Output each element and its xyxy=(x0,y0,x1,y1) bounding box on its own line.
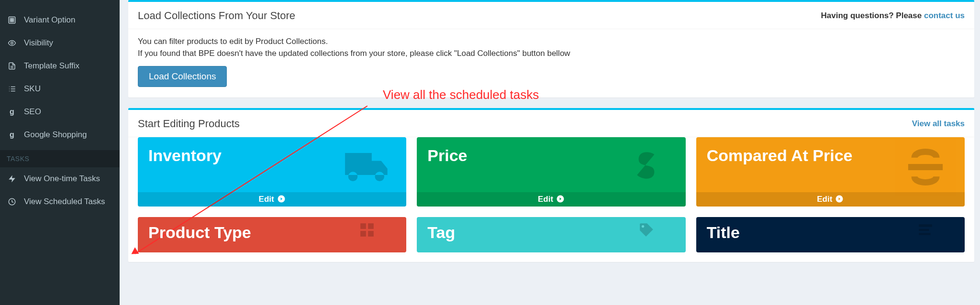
sidebar-item-label: Google Shopping xyxy=(24,130,87,140)
edit-label: Edit xyxy=(538,195,553,204)
arrow-right-circle-icon xyxy=(835,195,844,204)
view-all-tasks-link[interactable]: View all tasks xyxy=(912,119,965,129)
card-product-type[interactable]: Product Type xyxy=(138,217,406,252)
load-collections-desc-line1: You can filter products to edit by Produ… xyxy=(138,36,965,48)
card-title: Product Type xyxy=(138,217,406,241)
sidebar-item-variant-option[interactable]: Variant Option xyxy=(0,9,120,32)
sidebar-item-google-shopping[interactable]: g Google Shopping xyxy=(0,123,120,146)
sidebar-item-label: Variant Option xyxy=(24,15,75,25)
help-prefix: Having questions? Please xyxy=(821,11,924,20)
arrow-right-circle-icon xyxy=(277,195,286,204)
sidebar-item-label: View Scheduled Tasks xyxy=(24,197,105,207)
contact-us-link[interactable]: contact us xyxy=(924,11,965,20)
grid-icon xyxy=(7,15,17,25)
sidebar-item-label: Template Suffix xyxy=(24,61,79,71)
card-title: Title xyxy=(696,217,965,241)
sidebar-item-visibility[interactable]: Visibility xyxy=(0,32,120,54)
panel-title: Start Editing Products xyxy=(138,118,240,130)
main: Load Collections From Your Store Having … xyxy=(120,0,980,305)
load-collections-desc-line2: If you found that BPE doesn't have the u… xyxy=(138,48,965,60)
panel-header: Load Collections From Your Store Having … xyxy=(128,2,974,29)
card-title: Tag xyxy=(417,217,685,241)
card-edit-bar[interactable]: Edit xyxy=(138,192,406,207)
card-compared-at-price[interactable]: Compared At Price Edit xyxy=(696,137,965,207)
bolt-icon xyxy=(7,174,17,184)
file-icon xyxy=(7,61,17,71)
card-inventory[interactable]: Inventory Edit xyxy=(138,137,406,207)
arrow-right-circle-icon xyxy=(556,195,565,204)
sidebar: Variant Option Visibility Template Suffi… xyxy=(0,0,120,305)
g-icon: g xyxy=(7,130,17,140)
eye-icon xyxy=(7,38,17,48)
card-price[interactable]: Price Edit xyxy=(417,137,685,207)
card-edit-bar[interactable]: Edit xyxy=(417,192,685,207)
panel-header: Start Editing Products View all tasks xyxy=(128,110,974,137)
sidebar-item-one-time-tasks[interactable]: View One-time Tasks xyxy=(0,167,120,190)
svg-marker-14 xyxy=(9,175,15,183)
sidebar-item-seo[interactable]: g SEO xyxy=(0,100,120,123)
sidebar-item-template-suffix[interactable]: Template Suffix xyxy=(0,54,120,77)
clock-icon xyxy=(7,196,17,207)
help-text: Having questions? Please contact us xyxy=(821,11,965,21)
svg-rect-4 xyxy=(12,21,14,22)
sidebar-section-tasks: TASKS xyxy=(0,150,120,167)
svg-rect-1 xyxy=(10,18,11,20)
panel-start-editing: Start Editing Products View all tasks In… xyxy=(128,108,974,262)
panel-title: Load Collections From Your Store xyxy=(138,10,295,22)
sidebar-item-label: Visibility xyxy=(24,38,53,48)
card-title: Inventory xyxy=(138,137,406,164)
sidebar-item-label: View One-time Tasks xyxy=(24,174,100,184)
svg-point-5 xyxy=(11,42,13,44)
sidebar-item-label: SEO xyxy=(24,107,41,117)
card-grid: Inventory Edit Price Edit xyxy=(128,137,974,262)
panel-load-collections: Load Collections From Your Store Having … xyxy=(128,0,974,98)
card-title: Compared At Price xyxy=(696,137,965,164)
list-icon xyxy=(7,84,17,94)
panel-body: You can filter products to edit by Produ… xyxy=(128,29,974,98)
sidebar-item-label: SKU xyxy=(24,84,41,94)
sidebar-item-scheduled-tasks[interactable]: View Scheduled Tasks xyxy=(0,190,120,213)
edit-label: Edit xyxy=(817,195,832,204)
load-collections-button[interactable]: Load Collections xyxy=(138,66,227,87)
svg-rect-3 xyxy=(10,21,11,22)
g-icon: g xyxy=(7,107,17,117)
card-tag[interactable]: Tag xyxy=(417,217,685,252)
svg-rect-2 xyxy=(12,18,14,20)
card-title: Price xyxy=(417,137,685,164)
edit-label: Edit xyxy=(259,195,274,204)
card-title-card[interactable]: Title xyxy=(696,217,965,252)
card-edit-bar[interactable]: Edit xyxy=(696,192,965,207)
sidebar-item-sku[interactable]: SKU xyxy=(0,77,120,100)
